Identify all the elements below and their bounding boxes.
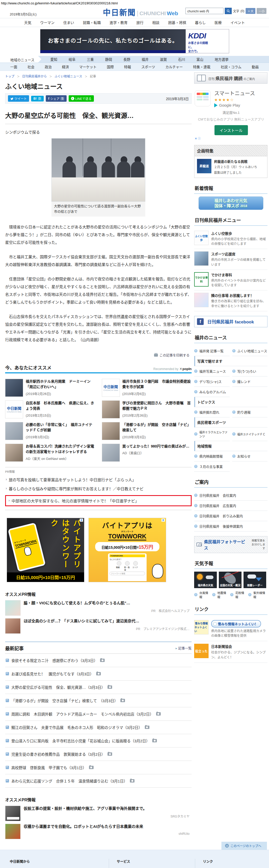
- sidebar-link[interactable]: 福井ミラクルエレファンツ: [194, 428, 230, 441]
- footer-link[interactable]: 新聞購読申込: [56, 867, 86, 868]
- footer-link[interactable]: 中日新聞プラス: [117, 867, 195, 868]
- page-top-link[interactable]: このページのトップへ: [222, 842, 267, 850]
- ad-choices-icon[interactable]: ✕ ⓘ: [195, 137, 201, 140]
- kddi-ad-banner[interactable]: お客さまのゴールの先に、私たちのゴールはある。 KDDI お客さまの挑戦に、全力…: [40, 29, 229, 53]
- latest-article-item[interactable]: 高校野球 啓新旋風 甲子園でも（3月1日）: [5, 761, 192, 774]
- section-culture[interactable]: カルチャー: [165, 64, 182, 69]
- nav-item-advice[interactable]: 相談: [152, 20, 160, 25]
- font-larger-button[interactable]: ＋大: [245, 8, 256, 14]
- install-button[interactable]: インストール: [214, 125, 248, 135]
- latest-article-item[interactable]: お運び成長見せた！ 園児がもてなす（3月3日）: [5, 667, 192, 681]
- yukimichi-link[interactable]: 雪みち情報ネットふくい 雪みち情報ネットふくい！ 県内各地に設置された道路監視カ…: [194, 617, 267, 642]
- font-smaller-button[interactable]: －小: [257, 8, 266, 14]
- pr-info-link[interactable]: 旅の写真を投稿して豪華賞品をゲットしよう！中日旅行ナビ「ぶらっ人」: [5, 475, 192, 484]
- section-economy[interactable]: 経済: [62, 64, 69, 69]
- earthquake-info-link[interactable]: 地震情報: [212, 591, 229, 599]
- region-gifu[interactable]: 岐阜: [69, 57, 76, 62]
- region-mie[interactable]: 三重: [87, 57, 94, 62]
- pr-recommend-item[interactable]: ほぼ全員のシミが…？「ドス黒いシミに試してみて」渡辺美奈代… PR プレミアアン…: [5, 618, 192, 634]
- region-ishikawa[interactable]: 石川: [178, 57, 185, 62]
- recommend-item[interactable]: 必勝の思い「非常に強く」 福井ユナイテッドＦＣが祈願(2019年3月3日): [5, 420, 95, 442]
- fukui-weather-tile[interactable]: 福井県の天気: [194, 571, 217, 588]
- section-video[interactable]: 動画: [252, 64, 259, 69]
- latest-article-item[interactable]: 「港都つるが」が開設 空き店舗「ナビ」検索して （3月3日）: [5, 694, 192, 707]
- menu-item-sorasanpo[interactable]: ふくい空散歩 ふくい空散歩県内の小学校周辺を空から撮影、地域の自慢などを紹介しま…: [194, 228, 267, 249]
- latest-article-item[interactable]: 登山道入り口に案内板 永平寺町志比小児童「花谷城山会」に版画贈る（3月2日）: [5, 734, 192, 747]
- ad-choices-icon[interactable]: X: [162, 519, 165, 522]
- nav-item-travel[interactable]: 旅行: [136, 20, 143, 25]
- sidebar-link[interactable]: 県内映画館情報: [194, 451, 230, 461]
- sidebar-link[interactable]: 釣り週報: [232, 407, 268, 417]
- sidebar-link[interactable]: 福井写真ニュース: [194, 366, 230, 376]
- footer-link[interactable]: 会社案内: [10, 867, 43, 868]
- section-society[interactable]: 社会: [28, 64, 34, 69]
- pr-recommend-item[interactable]: 仮設工事の提案・設計・機材供給や施工、アグリ事業や海外展開まで。 SRGタカミヤ: [5, 806, 192, 821]
- recommend-ad-item[interactable]: 買ってよかった！980円で歯の黄ばみが…AD（美歯口）: [102, 442, 192, 463]
- ad-choices-icon[interactable]: X: [80, 519, 83, 522]
- section-politics[interactable]: 政治: [45, 64, 52, 69]
- region-fukui[interactable]: 福井: [142, 57, 149, 62]
- townwork-ad-right[interactable]: X バイトアプリは タウンワークTOWNWORK 日給15,000円×10日間=…: [89, 518, 166, 582]
- photo-service-banner[interactable]: 県民福井フォトサービス 掲載写真をお分けします: [194, 536, 267, 553]
- print-article-link[interactable]: この記事を印刷する: [160, 353, 190, 357]
- sidebar-link[interactable]: 写(うつ)ろい: [232, 366, 268, 376]
- breadcrumb-kenmin-fukui[interactable]: 日刊県民福井から: [22, 75, 55, 78]
- facebook-banner[interactable]: f 日刊県民福井 facebook: [194, 316, 267, 327]
- tweet-button[interactable]: ツイート: [8, 95, 29, 102]
- nav-item-woman[interactable]: ウーマン: [40, 20, 55, 25]
- townwork-ad-left[interactable]: X バイトアプリはタウンワーク タウンワークTOWNWORK 日給15,000円…: [7, 518, 85, 582]
- sidebar-link[interactable]: ３月の主な事業: [194, 461, 230, 472]
- nav-item-weather[interactable]: 天気: [24, 20, 31, 25]
- press-association-link[interactable]: 役立った 日本新聞協会 社会がわかる、ジブンになる。シンブン、よんどく！: [194, 641, 267, 663]
- sidebar-link[interactable]: 福井掘れ惚れ: [194, 407, 230, 417]
- recommend-item[interactable]: 中日新聞CHUNICHI Web 自民本部 杉本氏推薦へ 県連に伝え、きょう発表…: [5, 399, 95, 420]
- section-features[interactable]: 特報: [124, 64, 131, 69]
- nav-item-medical[interactable]: 医療: [214, 20, 222, 25]
- nav-item-life[interactable]: 暮らし: [195, 20, 206, 25]
- nav-item-event[interactable]: イベント: [230, 20, 245, 25]
- pr-recommend-item[interactable]: 脇・顔・VIOにも安心して使える！ムダ毛０の"とぅるん肌"… PR 株式会社ヘル…: [5, 600, 192, 616]
- uv-info-link[interactable]: 紫外線情報: [248, 591, 267, 599]
- search-input[interactable]: [186, 8, 224, 14]
- line-share-button[interactable]: L LINEで送る: [69, 95, 94, 102]
- nav-item-education[interactable]: 進学・教育: [109, 20, 128, 25]
- typhoon-info-link[interactable]: 台風情報: [194, 591, 211, 599]
- latest-article-item[interactable]: 周囲に調和 木目調外観 アウトドア用品メーカー モンベル県内初出店（3月2日）: [5, 707, 192, 721]
- region-aichi[interactable]: 愛知: [51, 57, 57, 62]
- region-elections[interactable]: 地方選挙: [215, 57, 229, 62]
- region-nagano[interactable]: 長野: [124, 57, 130, 62]
- latest-article-item[interactable]: 大野の星空広がる可能性 保全、観光資源…（3月3日）: [5, 681, 192, 694]
- facebook-share-button[interactable]: f シェア 5: [46, 95, 67, 102]
- sidebar-link[interactable]: デリ写(シャ)ス: [194, 376, 230, 387]
- hatena-button[interactable]: B! 0: [31, 96, 44, 101]
- region-shizuoka[interactable]: 静岡: [105, 57, 112, 62]
- sidebar-link[interactable]: ふくい地域ニュース: [232, 346, 268, 356]
- recommend-ad-item[interactable]: お得＆高コスパ！洗練されたデザイン家電の新生活家電セットはオシャレすぎるAD（楽…: [5, 442, 95, 463]
- recommend-item[interactable]: 「港都つるが」が開設 空き店舗「ナビ」検索して(2019年3月3日): [102, 420, 192, 442]
- section-editorial[interactable]: 社説・コラム: [221, 64, 241, 69]
- nav-item-jobs[interactable]: 就職・転職: [83, 20, 101, 25]
- sidebar-link[interactable]: 福井発 記事一覧: [194, 346, 230, 356]
- rain-radar-tile[interactable]: 雨雲レーダー: [243, 571, 266, 588]
- section-international[interactable]: 国際: [107, 64, 114, 69]
- menu-item-tonari[interactable]: 隣の仕事場 お邪魔します！働き方の改革に取り組む企業を訪ね、幸せに働けるヒントを…: [194, 290, 267, 311]
- subscription-banner[interactable]: 日刊 県民福井 購読 のご案内: [194, 72, 267, 84]
- kokutai-banner[interactable]: 福井しあわせ元気 国体・障スポ 2018: [199, 196, 263, 210]
- sidebar-link[interactable]: 福井ユナイテッドＦＣ: [232, 428, 268, 441]
- section-sports[interactable]: スポーツ: [141, 64, 155, 69]
- recommend-item[interactable]: 福井駅西ホテル来月開業 ドーミーイン「周辺にぎわいへ」(2019年2月26日): [5, 377, 95, 399]
- recommend-item[interactable]: 学びの里使節に岡田さん 大野市委嘱 首都圏で魅力ＰＲ(2019年2月26日): [102, 399, 192, 420]
- pr-info-link[interactable]: 暮らしの小さな悩みや疑問に専門家が無料でお答えします！／中日教えてナビ: [5, 484, 192, 493]
- guide-link[interactable]: 日刊県民福井 後援申請案内: [194, 521, 267, 531]
- guide-link[interactable]: 日刊県民福井 広告案内: [194, 501, 267, 511]
- breadcrumb-top[interactable]: トップ: [5, 75, 22, 78]
- section-front[interactable]: 一面: [10, 64, 17, 69]
- special-feature-item[interactable]: 昇龍道 昇龍道の新たなる挑戦 ２月２５日（月）ウィルあいち 募集は終了しました: [194, 156, 267, 178]
- nav-item-igo-shogi[interactable]: 囲碁・将棋: [168, 20, 186, 25]
- sidebar-link[interactable]: 撮レンド: [232, 376, 268, 387]
- site-logo[interactable]: 中日新聞|CHUNICHI Web: [103, 6, 178, 18]
- region-shiga[interactable]: 滋賀: [160, 57, 167, 62]
- article-list-link[interactable]: 記事一覧: [176, 646, 192, 650]
- search-button[interactable]: [225, 8, 232, 14]
- menu-item-dekakema[interactable]: でかけま専科 でかけま専科県内外のイベントやお出かけ案内などを収録しています: [194, 270, 267, 291]
